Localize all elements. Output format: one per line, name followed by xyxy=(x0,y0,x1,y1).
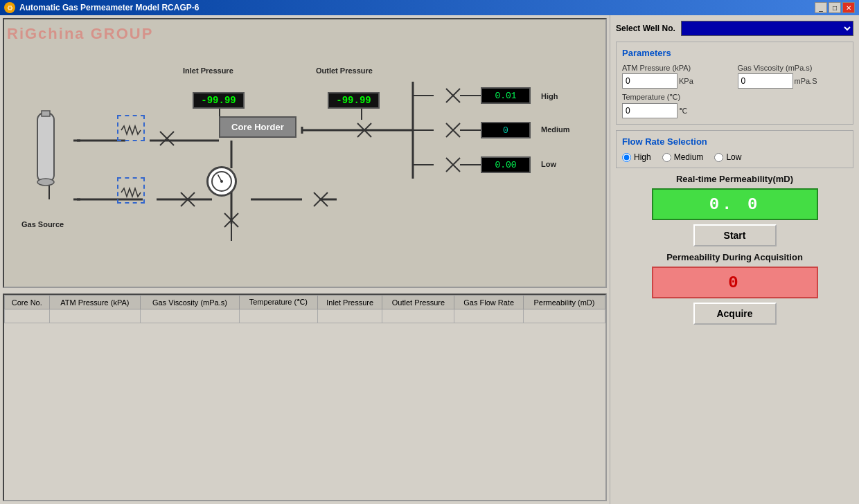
table-header: Permeability (mD) xyxy=(523,296,605,309)
window-controls[interactable]: _ □ ✕ xyxy=(815,2,855,13)
radio-high[interactable]: High xyxy=(622,152,651,162)
radio-medium[interactable]: Medium xyxy=(662,152,704,162)
radio-low-label: Low xyxy=(726,152,741,162)
acquire-button[interactable]: Acquire xyxy=(693,303,777,325)
gas-viscosity-label: Gas Viscosity (mPa.s) xyxy=(738,64,848,72)
gas-cylinder-svg xyxy=(32,109,60,192)
svg-rect-53 xyxy=(120,180,145,204)
table-header: Inlet Pressure xyxy=(317,296,382,309)
flow-rate-title: Flow Rate Selection xyxy=(622,136,847,147)
gas-viscosity-unit: mPa.S xyxy=(795,77,817,85)
flow-medium-display: 0 xyxy=(481,122,531,138)
minimize-button[interactable]: _ xyxy=(815,2,827,13)
flow-rate-section: Flow Rate Selection High Medium Low xyxy=(616,130,853,168)
right-panel: Select Well No. Parameters ATM Pressure … xyxy=(610,15,859,504)
svg-point-48 xyxy=(37,179,54,186)
app-title: Automatic Gas Permeameter Model RCAGP-6 xyxy=(19,3,199,12)
diagram-svg xyxy=(4,19,605,287)
radio-medium-input[interactable] xyxy=(662,153,671,162)
svg-rect-46 xyxy=(37,113,54,182)
gauge xyxy=(206,166,237,197)
outlet-pressure-display: -99.99 xyxy=(328,92,380,109)
atm-pressure-unit: KPa xyxy=(679,77,693,85)
svg-point-51 xyxy=(220,180,223,183)
parameters-section: Parameters ATM Pressure (kPA) KPa Gas Vi… xyxy=(616,42,853,125)
flow-rate-radio-row: High Medium Low xyxy=(622,152,847,162)
radio-medium-label: Medium xyxy=(674,152,704,162)
close-button[interactable]: ✕ xyxy=(842,2,855,13)
well-select-dropdown[interactable] xyxy=(681,21,853,36)
data-table: Core No.ATM Pressure (kPA)Gas Viscosity … xyxy=(4,295,605,323)
flow-low-label: Low xyxy=(541,160,556,168)
table-row xyxy=(5,309,605,323)
outlet-pressure-label: Outlet Pressure xyxy=(316,66,373,75)
acquisition-perm-display: 0 xyxy=(652,267,818,298)
table-header-row: Core No.ATM Pressure (kPA)Gas Viscosity … xyxy=(5,296,605,309)
flow-medium-label: Medium xyxy=(541,125,570,134)
gas-source-label: Gas Source xyxy=(21,220,64,228)
left-panel: RiGchina GROUP xyxy=(0,15,610,504)
table-area: Core No.ATM Pressure (kPA)Gas Viscosity … xyxy=(3,294,607,501)
temperature-input[interactable] xyxy=(622,103,678,118)
realtime-perm-title: Real-time Permeability(mD) xyxy=(676,174,793,184)
atm-pressure-input[interactable] xyxy=(622,73,678,89)
inlet-pressure-display: -99.99 xyxy=(193,92,245,109)
temperature-unit: ℃ xyxy=(679,107,687,116)
maximize-button[interactable]: □ xyxy=(829,2,841,13)
table-header: Core No. xyxy=(5,296,50,309)
title-bar: ⚙ Automatic Gas Permeameter Model RCAGP-… xyxy=(0,0,859,15)
flow-high-label: High xyxy=(541,92,558,100)
regulator-bottom xyxy=(117,177,145,204)
start-button[interactable]: Start xyxy=(693,224,777,246)
radio-low[interactable]: Low xyxy=(714,152,741,162)
realtime-permeability-section: Real-time Permeability(mD) 0. 0 Start xyxy=(616,174,853,246)
app-icon: ⚙ xyxy=(4,2,15,13)
table-header: Gas Viscosity (mPa.s) xyxy=(141,296,239,309)
radio-high-input[interactable] xyxy=(622,153,631,162)
flow-high-display: 0.01 xyxy=(481,87,531,104)
table-header: Gas Flow Rate xyxy=(454,296,523,309)
radio-high-label: High xyxy=(634,152,651,162)
flow-low-display: 0.00 xyxy=(481,156,531,173)
regulator-top xyxy=(117,115,145,141)
svg-rect-52 xyxy=(120,118,145,141)
realtime-perm-display: 0. 0 xyxy=(652,188,818,220)
gas-viscosity-input[interactable] xyxy=(738,73,793,89)
params-grid: ATM Pressure (kPA) KPa Gas Viscosity (mP… xyxy=(622,64,847,89)
well-select-row: Select Well No. xyxy=(616,21,853,36)
diagram-area: RiGchina GROUP xyxy=(3,18,607,288)
table-header: Temperature (℃) xyxy=(239,296,317,309)
table-header: Outlet Pressure xyxy=(382,296,454,309)
acquisition-permeability-section: Permeability During Acquisition 0 Acquir… xyxy=(616,252,853,325)
core-holder: Core Horder xyxy=(219,116,296,138)
temperature-row: Temperature (℃) ℃ xyxy=(622,93,847,118)
well-select-label: Select Well No. xyxy=(616,24,675,33)
temperature-label: Temperature (℃) xyxy=(622,93,847,102)
svg-rect-47 xyxy=(42,111,50,116)
acquisition-perm-title: Permeability During Acquisition xyxy=(666,252,803,262)
atm-pressure-label: ATM Pressure (kPA) xyxy=(622,64,732,72)
table-body xyxy=(5,309,605,323)
table-header: ATM Pressure (kPA) xyxy=(49,296,141,309)
radio-low-input[interactable] xyxy=(714,153,723,162)
gas-viscosity-row: Gas Viscosity (mPa.s) mPa.S xyxy=(738,64,848,89)
atm-pressure-row: ATM Pressure (kPA) KPa xyxy=(622,64,732,89)
inlet-pressure-label: Inlet Pressure xyxy=(183,66,233,75)
parameters-title: Parameters xyxy=(622,48,847,58)
